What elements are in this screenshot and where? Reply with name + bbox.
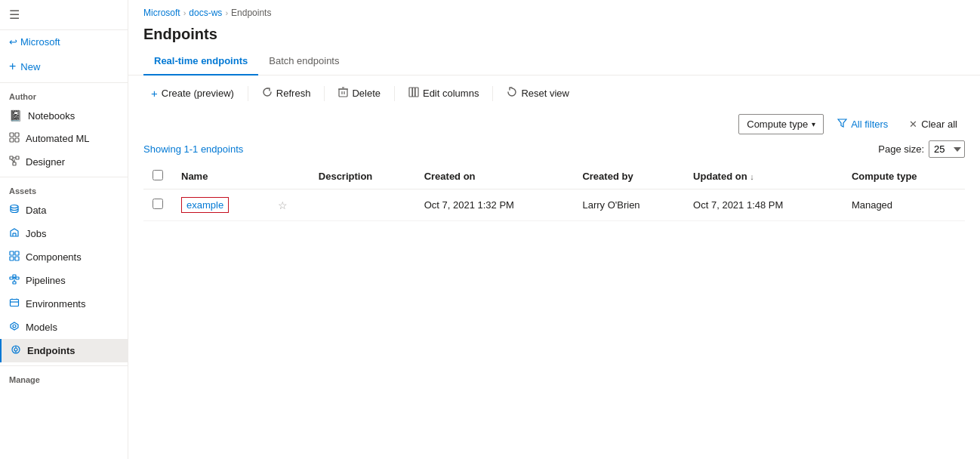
sidebar: ☰ ↩ Microsoft + New Author 📓 Notebooks A… [0,0,128,459]
compute-type-filter-button[interactable]: Compute type ▾ [738,114,824,134]
data-icon [9,204,20,217]
svg-rect-32 [339,89,347,97]
sidebar-back-button[interactable]: ↩ Microsoft [0,30,128,54]
main-content: Microsoft › docs-ws › Endpoints Endpoint… [128,0,980,459]
sidebar-header[interactable]: ☰ [0,0,128,30]
chevron-down-icon: ▾ [812,120,815,128]
col-header-name: Name [172,164,269,189]
delete-icon [338,87,348,100]
sidebar-item-endpoints[interactable]: Endpoints [0,339,128,362]
sidebar-item-components[interactable]: Components [0,245,128,269]
sidebar-divider-1 [0,82,128,83]
reset-view-button[interactable]: Reset view [499,83,577,103]
jobs-icon [9,227,20,240]
sidebar-item-environments[interactable]: Environments [0,292,128,316]
all-filters-button[interactable]: All filters [830,115,895,134]
designer-icon [9,156,20,168]
row-name-cell: example [172,189,269,221]
svg-rect-19 [16,277,19,279]
sidebar-item-jobs[interactable]: Jobs [0,222,128,245]
sidebar-divider-3 [0,365,128,366]
breadcrumb-endpoints: Endpoints [231,8,271,18]
svg-rect-14 [10,251,14,255]
pipelines-icon [9,274,20,287]
svg-point-27 [13,325,16,328]
showing-label-text: Showing 1-1 endpoints [143,143,243,155]
endpoint-name-link[interactable]: example [181,197,229,213]
table-area: Showing 1-1 endpoints Page size: 25 10 5… [128,140,980,459]
sidebar-item-automated-ml[interactable]: Automated ML [0,127,128,150]
svg-rect-2 [10,138,14,142]
filters-row: Compute type ▾ All filters ✕ Clear all [128,111,980,140]
toolbar-sep-2 [324,86,325,101]
manage-section-label: Manage [0,369,128,387]
sidebar-item-designer[interactable]: Designer [0,150,128,174]
assets-section-label: Assets [0,180,128,199]
svg-rect-21 [13,275,16,277]
svg-rect-15 [15,251,19,255]
svg-rect-0 [10,133,14,137]
row-updated-on-cell: Oct 7, 2021 1:48 PM [684,189,843,221]
new-button[interactable]: + New [0,54,128,79]
page-size-select[interactable]: 25 10 50 100 [929,140,965,158]
row-created-on-cell: Oct 7, 2021 1:32 PM [415,189,574,221]
hamburger-icon[interactable]: ☰ [9,8,20,22]
toolbar: + Create (preview) Refresh [128,75,980,111]
breadcrumb-docs-ws[interactable]: docs-ws [189,8,222,18]
plus-create-icon: + [151,87,158,100]
sidebar-divider-2 [0,177,128,177]
toolbar-sep-4 [492,86,493,101]
svg-point-10 [11,205,18,208]
refresh-icon [262,87,273,100]
svg-rect-38 [412,88,414,97]
breadcrumb-sep-1: › [183,8,186,17]
environments-icon [9,297,20,310]
models-icon [9,321,20,334]
sidebar-item-notebooks[interactable]: 📓 Notebooks [0,104,128,127]
row-checkbox-cell [143,189,172,221]
row-description-cell [310,189,415,221]
page-size-label: Page size: [878,143,924,155]
author-section-label: Author [0,86,128,104]
breadcrumb-microsoft[interactable]: Microsoft [143,8,180,18]
select-all-checkbox[interactable] [153,170,163,180]
favorite-star-icon[interactable]: ☆ [278,199,288,211]
tabs-container: Real-time endpoints Batch endpoints [128,49,980,75]
page-size-control: Page size: 25 10 50 100 [878,140,965,158]
svg-rect-1 [15,133,19,137]
col-header-updated-on: Updated on ↓ [684,164,843,189]
svg-line-9 [11,159,14,162]
edit-columns-icon [408,87,419,100]
create-preview-button[interactable]: + Create (preview) [143,83,242,103]
table-row: example ☆ Oct 7, 2021 1:32 PM Larry O'Br… [143,189,965,221]
col-header-description: Description [310,164,415,189]
row-checkbox[interactable] [153,199,163,209]
svg-rect-4 [10,156,13,159]
edit-columns-button[interactable]: Edit columns [401,83,486,103]
showing-label-row: Showing 1-1 endpoints Page size: 25 10 5… [143,140,965,158]
sidebar-item-pipelines[interactable]: Pipelines [0,269,128,292]
sidebar-item-data[interactable]: Data [0,199,128,222]
plus-icon: + [9,60,16,73]
tab-batch-endpoints[interactable]: Batch endpoints [258,49,350,75]
svg-rect-39 [415,88,418,97]
refresh-button[interactable]: Refresh [254,83,319,103]
svg-rect-17 [15,257,19,260]
col-header-compute-type: Compute type [843,164,965,189]
clear-all-button[interactable]: ✕ Clear all [901,115,965,134]
toolbar-sep-3 [394,86,395,101]
sidebar-item-models[interactable]: Models [0,316,128,339]
endpoints-table: Name Description Created on Created by U… [143,164,965,221]
reset-view-icon [507,87,517,100]
delete-button[interactable]: Delete [331,83,388,103]
svg-rect-25 [11,300,19,307]
tab-realtime-endpoints[interactable]: Real-time endpoints [143,49,258,75]
col-header-checkbox [143,164,172,189]
back-icon: ↩ [9,36,17,48]
automated-ml-icon [9,132,20,145]
components-icon [9,251,20,263]
svg-point-29 [14,348,17,351]
col-header-favorite [269,164,310,189]
row-favorite-cell: ☆ [269,189,310,221]
filter-icon [837,119,847,130]
